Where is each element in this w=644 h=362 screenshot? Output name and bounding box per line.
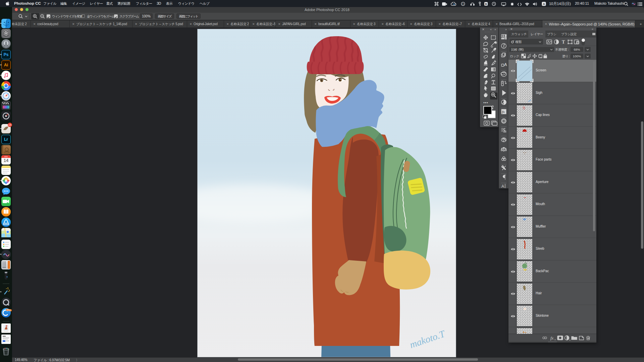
svg-text:A: A [501, 184, 504, 189]
svg-text:1: 1 [462, 2, 464, 5]
svg-text:B: B [485, 2, 487, 6]
svg-text:T: T [562, 40, 565, 45]
svg-text:fx: fx [502, 110, 505, 114]
svg-text:A: A [504, 62, 507, 67]
svg-text:fx: fx [550, 336, 554, 341]
svg-text:A: A [543, 2, 545, 6]
